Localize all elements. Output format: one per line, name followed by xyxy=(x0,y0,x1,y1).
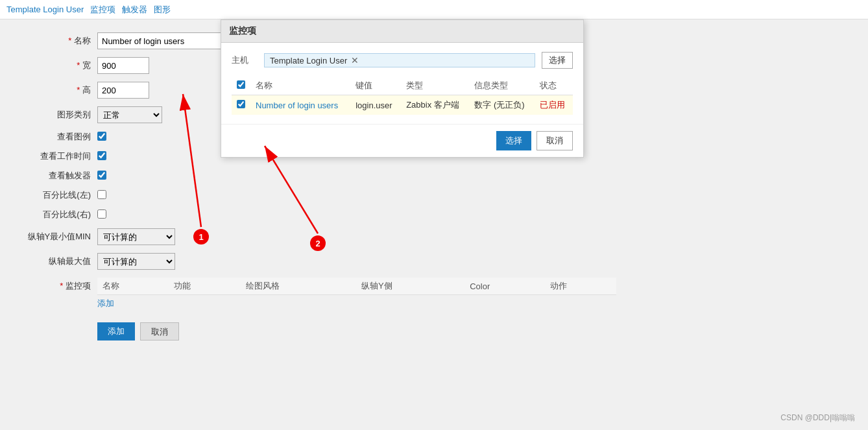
label-charttype: 图形类别 xyxy=(13,109,97,121)
percent-right-wrapper xyxy=(97,209,106,221)
form-row-monitor: 监控项 名称 功能 绘图风格 纵轴Y侧 Color 动作 添加 xyxy=(13,278,855,309)
top-nav: Template Login User 监控项 触发器 图形 xyxy=(0,0,868,19)
host-value-text: Template Login User xyxy=(270,56,347,66)
modal-host-tag: Template Login User ✕ xyxy=(264,53,535,67)
th-modal-key: 键值 xyxy=(350,77,401,95)
select-all-checkbox[interactable] xyxy=(237,80,245,89)
ymax-select[interactable]: 可计算的 固定值 监控项 xyxy=(97,253,175,270)
label-width: 宽 xyxy=(13,60,97,71)
modal-confirm-button[interactable]: 选择 xyxy=(496,131,531,150)
ymin-select[interactable]: 可计算的 固定值 监控项 xyxy=(97,228,175,245)
monitor-section: 名称 功能 绘图风格 纵轴Y侧 Color 动作 添加 xyxy=(97,278,616,309)
modal-dialog: 监控项 主机 Template Login User ✕ 选择 xyxy=(221,19,584,158)
modal-table-row: Number of login users login.user Zabbix … xyxy=(232,95,573,115)
monitor-table: 名称 功能 绘图风格 纵轴Y侧 Color 动作 xyxy=(97,278,616,295)
trigger-checkbox[interactable] xyxy=(97,171,106,180)
row-infotype: 数字 (无正负) xyxy=(469,95,534,115)
th-check xyxy=(232,77,250,95)
legend-wrapper xyxy=(97,132,106,143)
nav-monitor[interactable]: 监控项 xyxy=(90,4,115,16)
input-width-wrapper xyxy=(97,57,149,74)
legend-checkbox[interactable] xyxy=(97,132,106,141)
th-modal-infotype: 信息类型 xyxy=(469,77,534,95)
th-name: 名称 xyxy=(97,278,169,295)
main-content: 名称 宽 高 图形类别 正常 层叠 饼状 分解饼 查看图例 xyxy=(0,19,868,353)
label-percent-left: 百分比线(左) xyxy=(13,189,97,201)
th-func: 功能 xyxy=(169,278,240,295)
label-name: 名称 xyxy=(13,35,97,47)
row-type: Zabbix 客户端 xyxy=(401,95,469,115)
row-check-cell xyxy=(232,95,250,115)
form-row-ymin: 纵轴Y最小值MIN 可计算的 固定值 监控项 xyxy=(13,228,855,245)
row-checkbox[interactable] xyxy=(237,100,245,108)
nav-template-login[interactable]: Template Login User xyxy=(6,5,84,14)
modal-footer: 选择 取消 xyxy=(221,124,583,157)
nav-trigger[interactable]: 触发器 xyxy=(122,4,147,16)
row-status: 已启用 xyxy=(535,95,573,115)
label-monitor: 监控项 xyxy=(13,278,97,292)
th-style: 绘图风格 xyxy=(241,278,357,295)
label-worktime: 查看工作时间 xyxy=(13,150,97,162)
modal-cancel-button[interactable]: 取消 xyxy=(536,131,573,150)
bottom-buttons: 添加 取消 xyxy=(97,322,855,340)
input-height-wrapper xyxy=(97,82,149,99)
width-input[interactable] xyxy=(97,57,149,74)
th-color: Color xyxy=(464,278,545,295)
name-input[interactable] xyxy=(97,32,227,49)
label-percent-right: 百分比线(右) xyxy=(13,209,97,221)
modal-body: 主机 Template Login User ✕ 选择 名称 键值 类 xyxy=(221,43,583,124)
modal-host-row: 主机 Template Login User ✕ 选择 xyxy=(232,52,573,69)
height-input[interactable] xyxy=(97,82,149,99)
modal-title: 监控项 xyxy=(221,20,583,43)
row-key: login.user xyxy=(350,95,401,115)
charttype-select[interactable]: 正常 层叠 饼状 分解饼 xyxy=(97,106,162,123)
percent-right-checkbox[interactable] xyxy=(97,209,106,219)
th-modal-status: 状态 xyxy=(535,77,573,95)
add-monitor-link[interactable]: 添加 xyxy=(97,298,114,309)
row-name: Number of login users xyxy=(250,95,350,115)
percent-left-wrapper xyxy=(97,190,106,201)
label-ymax: 纵轴最大值 xyxy=(13,256,97,267)
th-modal-name: 名称 xyxy=(250,77,350,95)
th-yaxis: 纵轴Y侧 xyxy=(356,278,464,295)
worktime-checkbox[interactable] xyxy=(97,151,106,160)
cancel-button[interactable]: 取消 xyxy=(140,322,179,340)
form-row-ymax: 纵轴最大值 可计算的 固定值 监控项 xyxy=(13,253,855,270)
label-legend: 查看图例 xyxy=(13,131,97,143)
host-close-icon[interactable]: ✕ xyxy=(351,55,359,66)
th-action: 动作 xyxy=(545,278,616,295)
label-ymin: 纵轴Y最小值MIN xyxy=(13,231,97,243)
th-modal-type: 类型 xyxy=(401,77,469,95)
charttype-wrapper: 正常 层叠 饼状 分解饼 xyxy=(97,106,162,123)
modal-items-table: 名称 键值 类型 信息类型 状态 Number of login users l… xyxy=(232,77,573,115)
modal-host-label: 主机 xyxy=(232,54,258,66)
label-height: 高 xyxy=(13,84,97,96)
label-trigger: 查看触发器 xyxy=(13,170,97,182)
percent-left-checkbox[interactable] xyxy=(97,190,106,199)
ymin-wrapper: 可计算的 固定值 监控项 xyxy=(97,228,175,245)
form-row-trigger: 查看触发器 xyxy=(13,170,855,182)
input-name-wrapper xyxy=(97,32,227,49)
worktime-wrapper xyxy=(97,151,106,162)
select-host-button[interactable]: 选择 xyxy=(542,52,573,69)
ymax-wrapper: 可计算的 固定值 监控项 xyxy=(97,253,175,270)
nav-chart[interactable]: 图形 xyxy=(154,4,171,16)
trigger-wrapper xyxy=(97,171,106,182)
form-row-percent-left: 百分比线(左) xyxy=(13,189,855,201)
form-row-percent-right: 百分比线(右) xyxy=(13,209,855,221)
add-button[interactable]: 添加 xyxy=(97,322,135,340)
